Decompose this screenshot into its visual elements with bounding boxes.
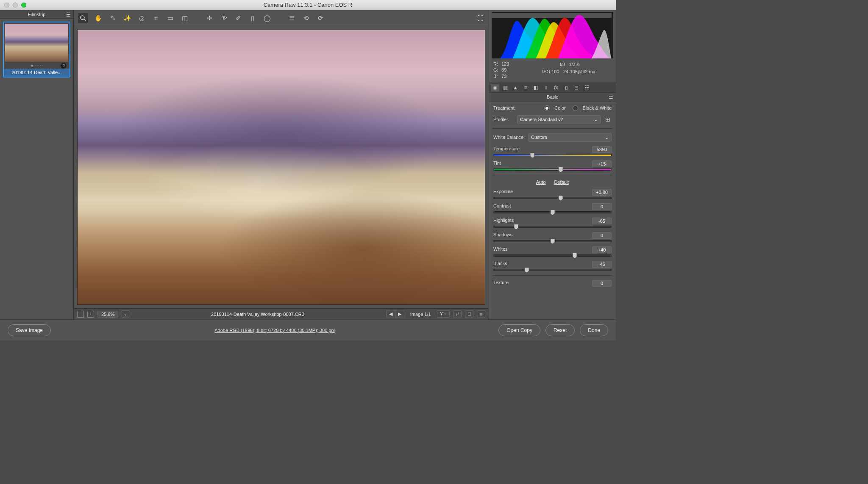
svg-point-0	[81, 16, 84, 19]
swap-before-after-icon[interactable]: ⇄	[453, 310, 462, 318]
zoom-window-button[interactable]	[21, 3, 26, 8]
white-balance-tool-icon[interactable]: ✎	[108, 14, 117, 22]
blacks-label: Blacks	[493, 261, 507, 268]
white-balance-select[interactable]: Custom⌄	[528, 133, 612, 142]
status-filename: 20190114-Death Valley Workshop-0007.CR3	[133, 312, 383, 317]
prev-image-button[interactable]: ◀	[387, 310, 395, 318]
treatment-bw-radio[interactable]	[573, 105, 578, 111]
treatment-bw-label[interactable]: Black & White	[583, 105, 612, 111]
image-canvas[interactable]	[74, 26, 489, 308]
panel-menu-icon[interactable]: ☰	[609, 94, 613, 100]
color-sampler-tool-icon[interactable]: ✨	[123, 14, 131, 22]
readout-shutter: 1/3 s	[569, 62, 579, 67]
tab-split-toning-icon[interactable]: ◧	[531, 84, 540, 91]
whites-slider[interactable]	[493, 254, 612, 257]
crop-tool-icon[interactable]: ⌗	[152, 14, 160, 22]
targeted-adjustment-tool-icon[interactable]: ◎	[137, 14, 146, 22]
rotate-right-icon[interactable]: ⟳	[316, 14, 325, 22]
readout-aperture: f/8	[560, 62, 565, 67]
done-button[interactable]: Done	[580, 324, 608, 336]
profile-browser-icon[interactable]: ⊞	[604, 116, 612, 123]
preferences-icon[interactable]: ☰	[287, 14, 296, 22]
tint-slider[interactable]	[493, 169, 612, 171]
fullscreen-icon[interactable]: ⛶	[476, 14, 484, 22]
temperature-slider[interactable]	[493, 154, 612, 156]
zoom-out-button[interactable]: −	[77, 311, 84, 318]
panel-tabs: ◉ ▦ ▲ ≡ ◧ ⦀ fx ▯ ⊟ ☷	[489, 83, 616, 93]
auto-button[interactable]: Auto	[536, 180, 546, 185]
panel-title: Basic	[547, 94, 558, 100]
tab-snapshots-icon[interactable]: ☷	[582, 84, 591, 91]
graduated-filter-tool-icon[interactable]: ▯	[248, 14, 257, 22]
contrast-value[interactable]: 0	[592, 203, 612, 210]
open-copy-button[interactable]: Open Copy	[498, 324, 540, 336]
readout-g: 89	[501, 67, 508, 73]
tab-tone-curve-icon[interactable]: ▦	[501, 84, 509, 91]
adjustment-brush-tool-icon[interactable]: ✐	[234, 14, 242, 22]
panel-header: Basic ☰	[489, 93, 616, 102]
highlights-label: Highlights	[493, 218, 514, 224]
red-eye-tool-icon[interactable]: 👁	[220, 14, 228, 22]
highlights-slider[interactable]	[493, 226, 612, 228]
readouts: R: 129 G: 89 B: 73 f/8 1/3 s ISO 100 24-…	[489, 59, 616, 83]
thumbnail-filename: 20190114-Death Valle...	[4, 69, 70, 77]
close-window-button[interactable]	[4, 3, 9, 8]
zoom-level[interactable]: 25.6%	[97, 311, 118, 318]
filmstrip-header: Filmstrip ☰	[0, 10, 73, 19]
tab-detail-icon[interactable]: ▲	[511, 84, 520, 91]
tab-basic-icon[interactable]: ◉	[491, 84, 499, 91]
tab-calibration-icon[interactable]: ▯	[562, 84, 570, 91]
tint-value[interactable]: +15	[592, 160, 612, 167]
minimize-window-button[interactable]	[13, 3, 18, 8]
tab-lens-corrections-icon[interactable]: ⦀	[542, 84, 550, 91]
reset-button[interactable]: Reset	[545, 324, 575, 336]
filmstrip-panel: Filmstrip ☰ ★ · · · · ⚙ 20190114-Death V…	[0, 10, 74, 319]
default-button[interactable]: Default	[554, 180, 569, 185]
zoom-dropdown[interactable]: ⌄	[122, 310, 129, 318]
hand-tool-icon[interactable]: ✋	[94, 14, 103, 22]
highlights-value[interactable]: -65	[592, 218, 612, 224]
filmstrip-menu-icon[interactable]: ☰	[66, 12, 71, 18]
whites-value[interactable]: +40	[592, 246, 612, 253]
spot-removal-tool-icon[interactable]: ✢	[205, 14, 214, 22]
shadows-slider[interactable]	[493, 240, 612, 242]
contrast-label: Contrast	[493, 203, 511, 210]
tab-hsl-icon[interactable]: ≡	[521, 84, 530, 91]
white-balance-label: White Balance:	[493, 135, 525, 140]
shadows-value[interactable]: 0	[592, 232, 612, 239]
exposure-value[interactable]: +0.80	[592, 189, 612, 196]
view-options-icon[interactable]: ≡	[477, 310, 485, 318]
tab-effects-icon[interactable]: fx	[552, 84, 560, 91]
image-counter: Image 1/1	[410, 312, 431, 317]
profile-select[interactable]: Camera Standard v2⌄	[517, 115, 601, 124]
tab-presets-icon[interactable]: ⊟	[572, 84, 581, 91]
adjustments-panel: ▲ ▲ R: 129 G: 89 B: 73 f/8 1/3 s ISO 100…	[489, 10, 616, 319]
temperature-value[interactable]: 5350	[592, 146, 612, 153]
straighten-tool-icon[interactable]: ▭	[166, 14, 175, 22]
blacks-slider[interactable]	[493, 269, 612, 271]
thumbnail-rating[interactable]: ★ · · · · ⚙	[5, 62, 68, 69]
treatment-label: Treatment:	[493, 105, 516, 111]
histogram[interactable]: ▲ ▲	[492, 12, 613, 58]
zoom-in-button[interactable]: +	[87, 311, 94, 318]
treatment-color-radio[interactable]	[544, 105, 550, 111]
workflow-options-link[interactable]: Adobe RGB (1998); 8 bit; 6720 by 4480 (3…	[56, 328, 493, 333]
svg-line-1	[84, 19, 86, 21]
radial-filter-tool-icon[interactable]: ◯	[263, 14, 271, 22]
before-after-button[interactable]: Y▾	[437, 310, 450, 318]
transform-tool-icon[interactable]: ◫	[181, 14, 189, 22]
exposure-label: Exposure	[493, 189, 513, 196]
copy-settings-icon[interactable]: ⊟	[465, 310, 473, 318]
rotate-left-icon[interactable]: ⟲	[302, 14, 310, 22]
save-image-button[interactable]: Save Image	[8, 324, 51, 336]
zoom-tool-icon[interactable]	[78, 13, 88, 23]
shadows-label: Shadows	[493, 232, 512, 239]
contrast-slider[interactable]	[493, 211, 612, 213]
toolbar: ✋ ✎ ✨ ◎ ⌗ ▭ ◫ ✢ 👁 ✐ ▯ ◯ ☰ ⟲ ⟳ ⛶	[74, 10, 489, 26]
texture-value[interactable]: 0	[592, 280, 612, 287]
thumbnail[interactable]: ★ · · · · ⚙ 20190114-Death Valle...	[3, 22, 70, 77]
blacks-value[interactable]: -45	[592, 261, 612, 268]
next-image-button[interactable]: ▶	[395, 310, 404, 318]
treatment-color-label[interactable]: Color	[554, 105, 565, 111]
exposure-slider[interactable]	[493, 197, 612, 199]
